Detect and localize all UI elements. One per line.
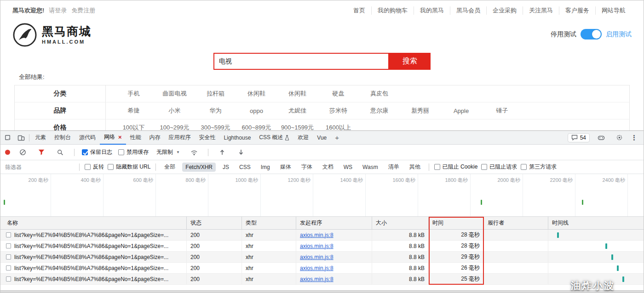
export-har-icon[interactable]	[235, 146, 247, 158]
filter-pill-wasm[interactable]: Wasm	[359, 163, 381, 172]
topbar-link-home[interactable]: 首页	[347, 6, 371, 15]
tab-elements[interactable]: 元素	[31, 131, 50, 145]
tab-welcome[interactable]: 欢迎	[293, 131, 313, 145]
close-icon[interactable]: ×	[118, 134, 122, 140]
disable-cache-checkbox[interactable]: 禁用缓存	[118, 148, 149, 156]
tab-memory[interactable]: 内存	[145, 131, 165, 145]
filter-pill-media[interactable]: 媒体	[277, 162, 294, 172]
filter-pill-font[interactable]: 字体	[298, 162, 316, 172]
tab-lighthouse[interactable]: Lighthouse	[220, 131, 255, 145]
filter-option[interactable]: 新秀丽	[400, 107, 441, 115]
initiator-link[interactable]: axios.min.js:8	[300, 232, 334, 238]
search-icon[interactable]	[54, 146, 67, 158]
request-row[interactable]: list?key=%E7%94%B5%E8%A7%86&pageNo=1&pag…	[0, 252, 644, 263]
filter-pill-css[interactable]: CSS	[236, 163, 254, 172]
filter-option[interactable]: 小米	[154, 107, 195, 115]
filter-option[interactable]: Apple	[441, 107, 482, 114]
register-link[interactable]: 免费注册	[71, 6, 95, 15]
filter-pill-js[interactable]: JS	[219, 163, 232, 172]
more-menu-icon[interactable]: ⋮	[631, 134, 638, 142]
tab-performance[interactable]: 性能	[126, 131, 145, 145]
request-row[interactable]: list?key=%E7%94%B5%E8%A7%86&pageNo=1&pag…	[0, 230, 644, 241]
filter-option[interactable]: 意尔康	[359, 107, 400, 115]
search-button[interactable]: 搜索	[389, 53, 431, 70]
col-fulfilled-header[interactable]: 履行者	[484, 217, 548, 229]
col-size-header[interactable]: 大小	[372, 217, 429, 229]
filter-pill-img[interactable]: Img	[258, 163, 273, 172]
col-status-header[interactable]: 状态	[187, 217, 242, 229]
search-input[interactable]	[213, 53, 389, 70]
filter-option[interactable]: 1600以上	[318, 124, 359, 130]
inspect-element-icon[interactable]	[2, 132, 15, 144]
hide-data-urls-checkbox[interactable]: 隐藏数据 URL	[108, 163, 150, 171]
initiator-link[interactable]: axios.min.js:8	[300, 265, 334, 271]
tab-sources[interactable]: 源代码	[75, 131, 100, 145]
filter-option[interactable]: 休闲鞋	[236, 90, 277, 98]
filter-option[interactable]: 休闲鞋	[277, 90, 318, 98]
network-conditions-icon[interactable]	[188, 146, 201, 158]
topbar-link-service[interactable]: 客户服务	[559, 6, 595, 15]
filter-option[interactable]: 300~599元	[195, 124, 236, 130]
request-row[interactable]: list?key=%E7%94%B5%E8%A7%86&pageNo=1&pag…	[0, 241, 644, 252]
filter-option[interactable]: 真皮包	[359, 90, 400, 98]
filter-pill-other[interactable]: 其他	[406, 162, 424, 172]
filter-option[interactable]: oppo	[236, 107, 277, 114]
col-type-header[interactable]: 类型	[242, 217, 296, 229]
tab-console[interactable]: 控制台	[50, 131, 75, 145]
filter-pill-ws[interactable]: WS	[340, 163, 356, 172]
col-name-header[interactable]: 名称	[0, 217, 187, 229]
test-toggle[interactable]	[581, 29, 602, 39]
filter-input[interactable]	[5, 164, 74, 170]
invert-checkbox[interactable]: 反转	[85, 163, 104, 171]
tab-css-overview[interactable]: CSS 概述	[255, 131, 293, 145]
request-row[interactable]: list?key=%E7%94%B5%E8%A7%86&pageNo=1&pag…	[0, 274, 644, 285]
filter-pill-fetch-xhr[interactable]: Fetch/XHR	[182, 163, 216, 172]
filter-option[interactable]: 手机	[113, 90, 154, 98]
settings-gear-icon[interactable]	[613, 132, 626, 144]
tab-security[interactable]: 安全性	[195, 131, 220, 145]
hmall-logo[interactable]: 黑马商城 HMALL.COM	[12, 23, 92, 47]
blocked-requests-checkbox[interactable]: 已阻止请求	[481, 163, 517, 171]
filter-option[interactable]: 希捷	[113, 107, 154, 115]
filter-pill-manifest[interactable]: 清单	[385, 162, 402, 172]
filter-option[interactable]: 100~299元	[154, 124, 195, 130]
device-toolbar-icon[interactable]	[15, 132, 28, 144]
request-row[interactable]: list?key=%E7%94%B5%E8%A7%86&pageNo=1&pag…	[0, 263, 644, 274]
topbar-link-member[interactable]: 黑马会员	[450, 6, 486, 15]
initiator-link[interactable]: axios.min.js:8	[300, 243, 334, 249]
topbar-link-my-hmall[interactable]: 我的黑马	[414, 6, 450, 15]
filter-option[interactable]: 拉杆箱	[195, 90, 236, 98]
col-waterfall-header[interactable]: 时间线	[548, 217, 644, 229]
filter-option[interactable]: 华为	[195, 107, 236, 115]
tab-vue[interactable]: Vue	[313, 131, 331, 145]
login-link[interactable]: 请登录	[49, 6, 67, 15]
topbar-link-follow[interactable]: 关注黑马	[523, 6, 559, 15]
filter-option[interactable]: 莎米特	[318, 107, 359, 115]
filter-option[interactable]: 曲面电视	[154, 90, 195, 98]
topbar-link-enterprise[interactable]: 企业采购	[486, 6, 523, 15]
topbar-link-sitemap[interactable]: 网站导航	[595, 6, 632, 15]
blocked-cookies-checkbox[interactable]: 已阻止 Cookie	[434, 163, 478, 171]
preserve-log-checkbox[interactable]: 保留日志	[82, 148, 112, 156]
filter-option[interactable]: 100以下	[113, 124, 154, 130]
filter-pill-doc[interactable]: 文档	[319, 162, 337, 172]
tab-application[interactable]: 应用程序	[165, 131, 195, 145]
filter-option[interactable]: 硬盘	[318, 90, 359, 98]
initiator-link[interactable]: axios.min.js:8	[300, 276, 334, 282]
clear-icon[interactable]	[16, 146, 29, 158]
filter-option[interactable]: 尤妮佳	[277, 107, 318, 115]
initiator-link[interactable]: axios.min.js:8	[300, 254, 334, 260]
network-overview-timeline[interactable]: 200 毫秒 400 毫秒 600 毫秒 800 毫秒 1000 毫秒 1200…	[0, 174, 644, 217]
tab-network[interactable]: 网络 ×	[100, 131, 126, 145]
more-tabs-button[interactable]: +	[331, 134, 343, 141]
topbar-link-cart[interactable]: 我的购物车	[371, 6, 414, 15]
filter-pill-all[interactable]: 全部	[161, 162, 178, 172]
filter-option[interactable]: 900~1599元	[277, 124, 318, 130]
extension-icon[interactable]	[595, 132, 608, 144]
filter-option[interactable]: 锤子	[482, 107, 523, 115]
record-button[interactable]	[5, 150, 10, 155]
issues-badge[interactable]: 54	[568, 133, 590, 142]
third-party-checkbox[interactable]: 第三方请求	[521, 163, 557, 171]
filter-funnel-icon[interactable]	[35, 146, 48, 158]
throttling-select[interactable]: 无限制 ▼	[155, 147, 182, 157]
